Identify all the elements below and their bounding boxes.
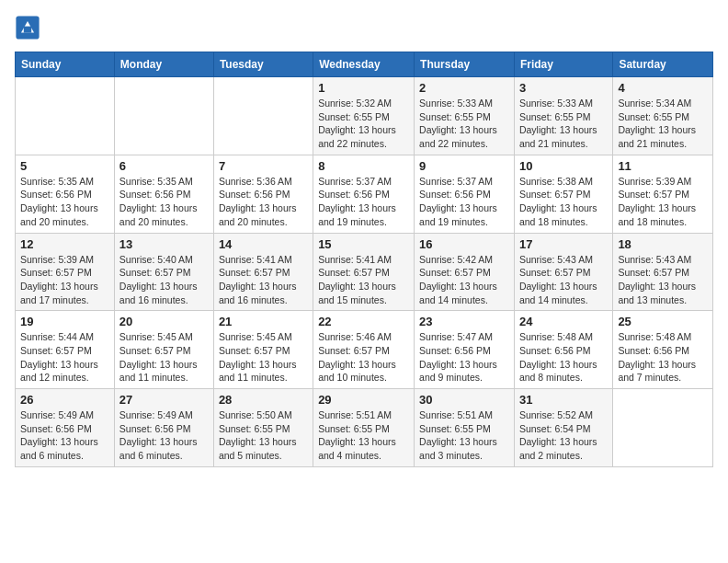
day-detail: Sunrise: 5:52 AM Sunset: 6:54 PM Dayligh…: [519, 408, 608, 463]
day-number: 29: [318, 393, 409, 407]
day-header: Wednesday: [313, 52, 415, 77]
day-detail: Sunrise: 5:50 AM Sunset: 6:55 PM Dayligh…: [219, 408, 308, 463]
day-number: 10: [519, 159, 608, 173]
calendar-cell: [114, 77, 213, 155]
day-number: 6: [119, 159, 209, 173]
day-detail: Sunrise: 5:39 AM Sunset: 6:57 PM Dayligh…: [618, 175, 708, 229]
calendar-cell: 28Sunrise: 5:50 AM Sunset: 6:55 PM Dayli…: [213, 389, 313, 467]
day-number: 31: [519, 393, 608, 407]
calendar-cell: 9Sunrise: 5:37 AM Sunset: 6:56 PM Daylig…: [415, 155, 515, 233]
day-detail: Sunrise: 5:35 AM Sunset: 6:56 PM Dayligh…: [20, 175, 109, 229]
page-header: [15, 15, 713, 40]
header-row: SundayMondayTuesdayWednesdayThursdayFrid…: [16, 52, 713, 77]
calendar-cell: 18Sunrise: 5:43 AM Sunset: 6:57 PM Dayli…: [613, 233, 713, 311]
day-header: Tuesday: [213, 52, 313, 77]
day-header: Friday: [514, 52, 612, 77]
calendar-cell: 4Sunrise: 5:34 AM Sunset: 6:55 PM Daylig…: [613, 77, 713, 155]
day-detail: Sunrise: 5:35 AM Sunset: 6:56 PM Dayligh…: [119, 175, 209, 229]
day-detail: Sunrise: 5:38 AM Sunset: 6:57 PM Dayligh…: [519, 175, 608, 229]
day-detail: Sunrise: 5:47 AM Sunset: 6:56 PM Dayligh…: [419, 330, 509, 385]
calendar-cell: 25Sunrise: 5:48 AM Sunset: 6:56 PM Dayli…: [613, 311, 713, 389]
day-detail: Sunrise: 5:33 AM Sunset: 6:55 PM Dayligh…: [419, 97, 509, 151]
calendar-cell: 20Sunrise: 5:45 AM Sunset: 6:57 PM Dayli…: [114, 311, 213, 389]
day-number: 15: [318, 237, 409, 251]
day-detail: Sunrise: 5:48 AM Sunset: 6:56 PM Dayligh…: [618, 330, 708, 385]
day-header: Monday: [114, 52, 213, 77]
day-number: 19: [20, 315, 109, 328]
day-detail: Sunrise: 5:42 AM Sunset: 6:57 PM Dayligh…: [419, 253, 509, 307]
day-detail: Sunrise: 5:44 AM Sunset: 6:57 PM Dayligh…: [20, 330, 109, 385]
calendar-cell: 13Sunrise: 5:40 AM Sunset: 6:57 PM Dayli…: [114, 233, 213, 311]
day-header: Thursday: [415, 52, 515, 77]
calendar-cell: 21Sunrise: 5:45 AM Sunset: 6:57 PM Dayli…: [213, 311, 313, 389]
day-number: 30: [419, 393, 509, 407]
calendar-cell: 31Sunrise: 5:52 AM Sunset: 6:54 PM Dayli…: [514, 389, 612, 467]
day-detail: Sunrise: 5:37 AM Sunset: 6:56 PM Dayligh…: [318, 175, 409, 229]
calendar-cell: 22Sunrise: 5:46 AM Sunset: 6:57 PM Dayli…: [313, 311, 415, 389]
day-detail: Sunrise: 5:40 AM Sunset: 6:57 PM Dayligh…: [119, 253, 209, 307]
calendar-cell: 8Sunrise: 5:37 AM Sunset: 6:56 PM Daylig…: [313, 155, 415, 233]
calendar-cell: 5Sunrise: 5:35 AM Sunset: 6:56 PM Daylig…: [16, 155, 115, 233]
calendar-cell: 17Sunrise: 5:43 AM Sunset: 6:57 PM Dayli…: [514, 233, 612, 311]
day-number: 22: [318, 315, 409, 328]
calendar-cell: 1Sunrise: 5:32 AM Sunset: 6:55 PM Daylig…: [313, 77, 415, 155]
day-detail: Sunrise: 5:45 AM Sunset: 6:57 PM Dayligh…: [219, 330, 308, 385]
calendar-cell: 23Sunrise: 5:47 AM Sunset: 6:56 PM Dayli…: [415, 311, 515, 389]
calendar-cell: 15Sunrise: 5:41 AM Sunset: 6:57 PM Dayli…: [313, 233, 415, 311]
day-number: 11: [618, 159, 708, 173]
calendar-cell: 26Sunrise: 5:49 AM Sunset: 6:56 PM Dayli…: [16, 389, 115, 467]
calendar-table: SundayMondayTuesdayWednesdayThursdayFrid…: [15, 52, 713, 467]
day-detail: Sunrise: 5:39 AM Sunset: 6:57 PM Dayligh…: [20, 253, 109, 307]
calendar-cell: [213, 77, 313, 155]
day-header: Sunday: [16, 52, 115, 77]
day-detail: Sunrise: 5:43 AM Sunset: 6:57 PM Dayligh…: [519, 253, 608, 307]
day-detail: Sunrise: 5:49 AM Sunset: 6:56 PM Dayligh…: [119, 408, 209, 463]
day-number: 13: [119, 237, 209, 251]
calendar-cell: 2Sunrise: 5:33 AM Sunset: 6:55 PM Daylig…: [415, 77, 515, 155]
svg-rect-2: [24, 27, 31, 33]
day-detail: Sunrise: 5:41 AM Sunset: 6:57 PM Dayligh…: [318, 253, 409, 307]
day-number: 8: [318, 159, 409, 173]
day-number: 16: [419, 237, 509, 251]
calendar-cell: 12Sunrise: 5:39 AM Sunset: 6:57 PM Dayli…: [16, 233, 115, 311]
day-number: 26: [20, 393, 109, 407]
day-detail: Sunrise: 5:43 AM Sunset: 6:57 PM Dayligh…: [618, 253, 708, 307]
day-detail: Sunrise: 5:51 AM Sunset: 6:55 PM Dayligh…: [318, 408, 409, 463]
calendar-week: 1Sunrise: 5:32 AM Sunset: 6:55 PM Daylig…: [16, 77, 713, 155]
calendar-week: 26Sunrise: 5:49 AM Sunset: 6:56 PM Dayli…: [16, 389, 713, 467]
day-detail: Sunrise: 5:37 AM Sunset: 6:56 PM Dayligh…: [419, 175, 509, 229]
day-number: 17: [519, 237, 608, 251]
calendar-cell: [613, 389, 713, 467]
calendar-cell: [16, 77, 115, 155]
calendar-cell: 11Sunrise: 5:39 AM Sunset: 6:57 PM Dayli…: [613, 155, 713, 233]
day-number: 3: [519, 81, 608, 95]
calendar-cell: 29Sunrise: 5:51 AM Sunset: 6:55 PM Dayli…: [313, 389, 415, 467]
day-number: 2: [419, 81, 509, 95]
day-number: 24: [519, 315, 608, 328]
calendar-cell: 3Sunrise: 5:33 AM Sunset: 6:55 PM Daylig…: [514, 77, 612, 155]
logo-icon: [15, 15, 40, 40]
calendar-cell: 10Sunrise: 5:38 AM Sunset: 6:57 PM Dayli…: [514, 155, 612, 233]
calendar-week: 19Sunrise: 5:44 AM Sunset: 6:57 PM Dayli…: [16, 311, 713, 389]
day-number: 9: [419, 159, 509, 173]
calendar-week: 5Sunrise: 5:35 AM Sunset: 6:56 PM Daylig…: [16, 155, 713, 233]
day-number: 14: [219, 237, 308, 251]
day-number: 5: [20, 159, 109, 173]
calendar-cell: 14Sunrise: 5:41 AM Sunset: 6:57 PM Dayli…: [213, 233, 313, 311]
day-number: 20: [119, 315, 209, 328]
day-number: 7: [219, 159, 308, 173]
day-number: 12: [20, 237, 109, 251]
day-detail: Sunrise: 5:41 AM Sunset: 6:57 PM Dayligh…: [219, 253, 308, 307]
calendar-week: 12Sunrise: 5:39 AM Sunset: 6:57 PM Dayli…: [16, 233, 713, 311]
day-number: 28: [219, 393, 308, 407]
day-detail: Sunrise: 5:34 AM Sunset: 6:55 PM Dayligh…: [618, 97, 708, 151]
calendar-cell: 19Sunrise: 5:44 AM Sunset: 6:57 PM Dayli…: [16, 311, 115, 389]
day-detail: Sunrise: 5:48 AM Sunset: 6:56 PM Dayligh…: [519, 330, 608, 385]
day-detail: Sunrise: 5:36 AM Sunset: 6:56 PM Dayligh…: [219, 175, 308, 229]
day-number: 18: [618, 237, 708, 251]
day-number: 4: [618, 81, 708, 95]
calendar-cell: 6Sunrise: 5:35 AM Sunset: 6:56 PM Daylig…: [114, 155, 213, 233]
day-number: 21: [219, 315, 308, 328]
day-detail: Sunrise: 5:33 AM Sunset: 6:55 PM Dayligh…: [519, 97, 608, 151]
day-number: 25: [618, 315, 708, 328]
